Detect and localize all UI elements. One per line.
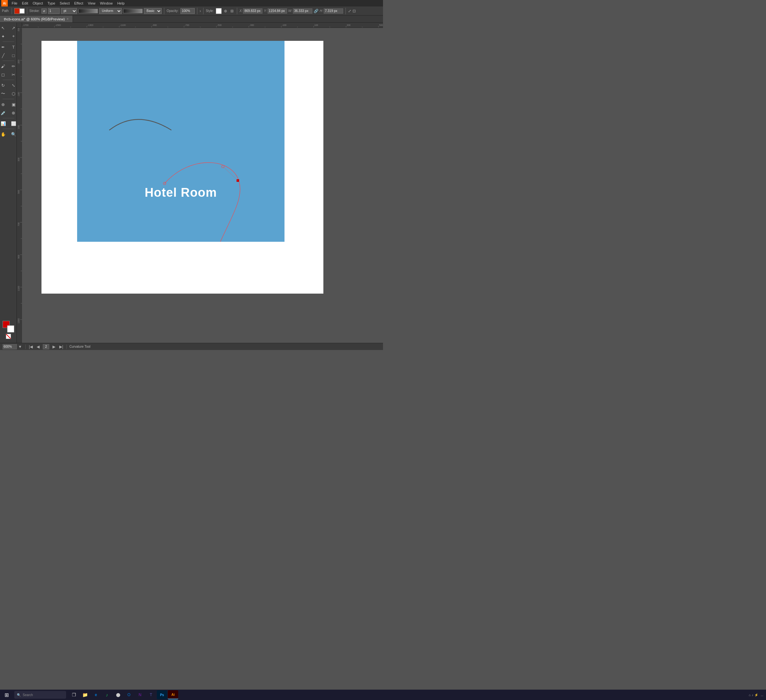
blend-tool[interactable]: ⊗	[9, 109, 17, 117]
last-artboard-btn[interactable]: ▶|	[59, 345, 64, 349]
gradient-tool[interactable]: ▣	[9, 100, 17, 108]
zoom-input[interactable]	[3, 344, 17, 349]
toolbar-sep-4	[197, 8, 197, 14]
line-tool[interactable]: ╱	[0, 52, 8, 59]
recolor-icon[interactable]: ⊕	[223, 9, 228, 13]
first-artboard-btn[interactable]: |◀	[28, 345, 33, 349]
toolbar-sep-7	[345, 8, 346, 14]
eraser-tool[interactable]: ◻	[0, 71, 8, 78]
h-label: H:	[320, 9, 323, 13]
svg-text:-1700: -1700	[23, 24, 28, 26]
canvas-area[interactable]: -1700 -1500 -1300 -1100 -900 -700 -500	[17, 23, 383, 343]
y-input[interactable]	[267, 8, 287, 14]
shape-builder-row: ⊕ ▣	[0, 100, 17, 108]
next-artboard-btn[interactable]: ▶	[52, 345, 56, 349]
svg-text:-100: -100	[282, 24, 286, 26]
w-label: W:	[288, 9, 292, 13]
toolbar-sep-5	[203, 8, 204, 14]
tab-filename: thcb-icons.ai* @ 600% (RGB/Preview)	[4, 17, 65, 21]
direct-selection-tool[interactable]: ↗	[9, 24, 17, 32]
pen-tool[interactable]: ✒	[0, 43, 8, 51]
artboard-number-input[interactable]	[43, 344, 49, 349]
eyedropper-row: 💉 ⊗	[0, 109, 17, 117]
tab-close-btn[interactable]: ×	[67, 17, 69, 21]
menu-help[interactable]: Help	[116, 1, 127, 6]
brush-pencil-row: 🖌 ✏	[0, 62, 17, 70]
style-swatch[interactable]	[216, 8, 222, 14]
zoom-tool[interactable]: 🔍	[9, 130, 17, 138]
horizontal-ruler: -1700 -1500 -1300 -1100 -900 -700 -500	[22, 23, 383, 28]
menu-effect[interactable]: Effect	[72, 1, 85, 6]
menu-select[interactable]: Select	[58, 1, 71, 6]
svg-text:500: 500	[17, 190, 20, 194]
tool-sep-2	[3, 60, 14, 61]
menu-file[interactable]: File	[10, 1, 19, 6]
svg-text:-500: -500	[217, 24, 222, 26]
line-style-select[interactable]: Basic	[144, 8, 162, 14]
artboard-tool[interactable]: ⬜	[9, 120, 17, 127]
tool-sep-5	[3, 118, 14, 118]
link-icon[interactable]: 🔗	[314, 9, 318, 13]
opacity-input[interactable]	[180, 8, 195, 14]
h-input[interactable]	[324, 8, 343, 14]
rotate-tool[interactable]: ↻	[0, 81, 8, 89]
column-graph-tool[interactable]: 📊	[0, 120, 8, 127]
tool-sep-4	[3, 99, 14, 99]
fill-stroke-swatches[interactable]	[3, 321, 14, 333]
hand-tool[interactable]: ✋	[0, 130, 8, 138]
stroke-profile-select[interactable]: Uniform	[99, 8, 122, 14]
toolbox: ↖ ↗ ✦ ⌖ ✒ T ╱ □ 🖌 ✏ ◻ ✂ ↻ ⤡ 〜	[0, 23, 17, 343]
selection-tool[interactable]: ↖	[0, 24, 8, 32]
status-sep-2	[66, 345, 67, 349]
menu-type[interactable]: Type	[46, 1, 57, 6]
align-icon[interactable]: ⊞	[229, 9, 234, 13]
line-shape-row: ╱ □	[0, 52, 17, 59]
w-input[interactable]	[293, 8, 312, 14]
type-tool[interactable]: T	[9, 43, 17, 51]
shape-builder-tool[interactable]: ⊕	[0, 100, 8, 108]
hand-zoom-row: ✋ 🔍	[0, 130, 17, 138]
svg-text:-1500: -1500	[55, 24, 61, 26]
rectangle-tool[interactable]: □	[9, 52, 17, 59]
expand-btn[interactable]: ›	[199, 9, 201, 13]
eyedropper-tool[interactable]: 💉	[0, 109, 8, 117]
svg-text:100: 100	[314, 24, 318, 26]
menu-view[interactable]: View	[86, 1, 98, 6]
menu-edit[interactable]: Edit	[20, 1, 30, 6]
pen-type-row: ✒ T	[0, 43, 17, 51]
none-swatch[interactable]	[6, 334, 11, 339]
x-input[interactable]	[243, 8, 263, 14]
warp-tool[interactable]: 〜	[0, 90, 8, 98]
free-transform-tool[interactable]: ⬡	[9, 90, 17, 98]
tab-bar: thcb-icons.ai* @ 600% (RGB/Preview) ×	[0, 16, 383, 23]
stroke-width-input[interactable]	[48, 8, 60, 14]
magic-wand-tool[interactable]: ✦	[0, 32, 8, 40]
menu-window[interactable]: Window	[98, 1, 115, 6]
prev-artboard-btn[interactable]: ◀	[36, 345, 40, 349]
fill-color-swatch[interactable]	[19, 8, 25, 14]
h-coord: H:	[320, 8, 343, 14]
color-swatches	[3, 321, 14, 342]
background-swatch[interactable]	[7, 325, 14, 333]
style-label: Style:	[206, 9, 214, 13]
red-curve-path	[165, 164, 285, 242]
paintbrush-tool[interactable]: 🖌	[0, 62, 8, 70]
transform-icon[interactable]: ⊡	[353, 9, 356, 13]
svg-text:300: 300	[17, 157, 20, 162]
stroke-label: Stroke:	[30, 9, 40, 13]
scale-tool[interactable]: ⤡	[9, 81, 17, 89]
svg-text:700: 700	[17, 222, 20, 226]
constrain-icon[interactable]: ⤢	[348, 9, 351, 13]
zoom-dropdown-btn[interactable]: ▼	[17, 345, 23, 349]
menu-object[interactable]: Object	[31, 1, 45, 6]
graph-artboard-row: 📊 ⬜	[0, 120, 17, 127]
scissors-tool[interactable]: ✂	[9, 71, 17, 78]
path-label: Path	[2, 9, 9, 13]
pencil-tool[interactable]: ✏	[9, 62, 17, 70]
active-tab[interactable]: thcb-icons.ai* @ 600% (RGB/Preview) ×	[0, 16, 73, 22]
x-label: X:	[239, 9, 242, 13]
stroke-unit-select[interactable]: pt	[61, 8, 77, 14]
svg-text:300: 300	[347, 24, 351, 26]
document-canvas[interactable]: Hotel Room	[22, 28, 383, 343]
lasso-tool[interactable]: ⌖	[9, 32, 17, 40]
